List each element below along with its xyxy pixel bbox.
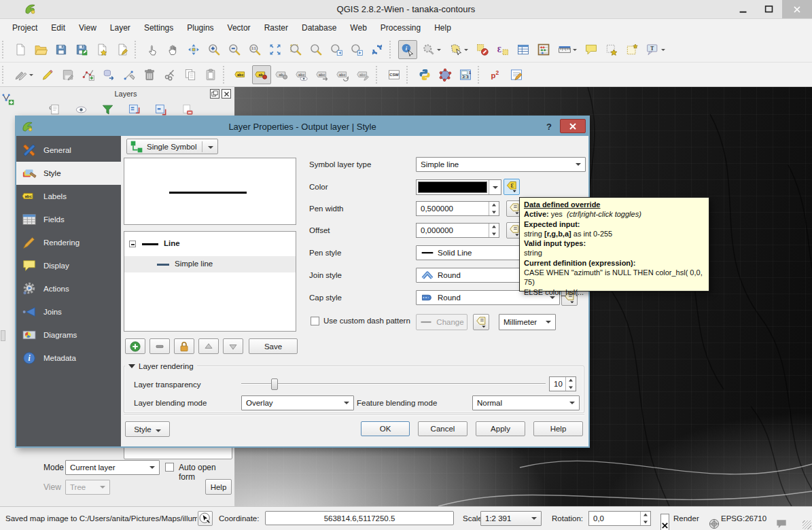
touch-button[interactable] [143, 40, 162, 59]
tracking-button[interactable] [198, 511, 213, 526]
cut-features-button[interactable] [160, 65, 179, 84]
menu-processing[interactable]: Processing [374, 19, 427, 37]
epsg-label[interactable]: EPSG:26710 [721, 507, 766, 530]
menu-database[interactable]: Database [295, 19, 343, 37]
add-symbol-layer-button[interactable] [125, 338, 145, 354]
expand-all-button[interactable] [126, 102, 142, 117]
layer-transparency-slider[interactable] [241, 378, 546, 390]
delete-selected-button[interactable] [140, 65, 159, 84]
spin-arrows-icon[interactable] [489, 202, 499, 215]
layer-blending-mode-combo[interactable]: Overlay [241, 395, 354, 410]
coordinate-input[interactable]: 563814.6,5117250.5 [265, 511, 454, 525]
pan-map-button[interactable] [164, 40, 183, 59]
sidebar-item-display[interactable]: Display [16, 254, 121, 277]
remove-symbol-layer-button[interactable] [149, 338, 170, 354]
dialog-titlebar[interactable]: Layer Properties - Output layer | Style … [16, 117, 588, 136]
unpin-labels-button[interactable]: ab [272, 65, 292, 84]
rotate-label-button[interactable]: abc [334, 65, 353, 84]
deselect-all-button[interactable] [473, 40, 492, 59]
menu-settings[interactable]: Settings [137, 19, 180, 37]
zoom-in-button[interactable] [205, 40, 224, 59]
cancel-button[interactable]: Cancel [418, 421, 467, 436]
save-project-button[interactable] [52, 40, 71, 59]
pin-label-button[interactable]: ab [252, 65, 271, 84]
save-project-as-button[interactable] [72, 40, 91, 59]
select-by-expression-button[interactable]: Ɛ [493, 40, 512, 59]
sidebar-item-rendering[interactable]: Rendering [16, 231, 121, 254]
open-attribute-table-button[interactable] [514, 40, 533, 59]
spin-arrows-icon[interactable] [489, 224, 499, 237]
move-label-button[interactable]: abc [313, 65, 332, 84]
sidebar-item-fields[interactable]: Fields [16, 208, 121, 231]
dash-data-defined-override-button[interactable] [473, 314, 489, 330]
node-tool-button[interactable] [120, 65, 139, 84]
zoom-out-button[interactable] [225, 40, 244, 59]
paste-features-button[interactable] [201, 65, 220, 84]
symbol-tree-root-row[interactable]: Line [124, 237, 296, 252]
menu-vector[interactable]: Vector [221, 19, 258, 37]
menu-help[interactable]: Help [427, 19, 458, 37]
sidebar-item-actions[interactable]: Actions [16, 277, 121, 300]
renderer-combo[interactable]: Single Symbol [126, 139, 218, 154]
add-vector-layer-icon[interactable] [1, 92, 15, 106]
lock-symbol-layer-button[interactable] [174, 338, 194, 354]
auto-open-form-checkbox[interactable] [165, 463, 174, 472]
apply-button[interactable]: Apply [476, 421, 525, 436]
dialog-help-button[interactable]: ? [542, 120, 556, 133]
color-button[interactable] [416, 179, 501, 195]
new-bookmark-button[interactable] [602, 40, 621, 59]
panel-handle[interactable] [1, 330, 5, 341]
zoom-full-button[interactable] [266, 40, 285, 59]
menu-web[interactable]: Web [343, 19, 373, 37]
layer-transparency-spinbox[interactable]: 10 [549, 376, 576, 391]
menu-edit[interactable]: Edit [44, 19, 72, 37]
identify-help-button[interactable]: Help [205, 479, 232, 495]
new-composer-button[interactable] [92, 40, 111, 59]
menu-project[interactable]: Project [5, 19, 44, 37]
maximize-button[interactable] [756, 0, 782, 18]
sidebar-item-diagrams[interactable]: Diagrams [16, 323, 121, 347]
log-messages-button[interactable] [507, 65, 526, 84]
dialog-close-button[interactable] [560, 119, 586, 133]
move-down-button[interactable] [223, 338, 243, 354]
render-checkbox[interactable] [660, 514, 669, 530]
toggle-label-visibility-button[interactable]: abc [293, 65, 312, 84]
zoom-last-button[interactable] [327, 40, 346, 59]
python-console-button[interactable] [415, 65, 434, 84]
crs-icon[interactable] [707, 512, 721, 530]
style-dock-button[interactable] [46, 102, 63, 117]
mode-combo[interactable]: Current layer [65, 460, 160, 475]
menu-raster[interactable]: Raster [258, 19, 295, 37]
sidebar-item-style[interactable]: Style [16, 162, 121, 185]
refresh-button[interactable] [368, 40, 387, 59]
current-edits-button[interactable] [11, 65, 37, 84]
symbol-layer-type-combo[interactable]: Simple line [416, 157, 586, 172]
dash-unit-combo[interactable]: Millimeter [499, 314, 556, 330]
new-project-button[interactable] [11, 40, 30, 59]
select-features-button[interactable] [446, 40, 472, 59]
minimize-button[interactable] [730, 0, 756, 18]
ok-button[interactable]: OK [361, 421, 410, 436]
log-messages-icon[interactable] [775, 512, 788, 530]
sidebar-item-general[interactable]: General [16, 139, 121, 162]
spin-arrows-icon[interactable] [565, 377, 576, 391]
color-dropdown-arrow-icon[interactable] [489, 180, 501, 194]
zoom-to-layer-button[interactable] [306, 40, 325, 59]
text-annotation-button[interactable]: T [643, 40, 669, 59]
feature-blending-mode-combo[interactable]: Normal [472, 395, 580, 410]
move-feature-button[interactable] [99, 65, 118, 84]
open-project-button[interactable] [31, 40, 50, 59]
processing-toolbox-button[interactable]: 123 [456, 65, 475, 84]
sidebar-item-metadata[interactable]: iMetadata [16, 347, 121, 370]
pen-width-spinbox[interactable]: 0,500000 [416, 201, 499, 216]
map-tips-button[interactable] [582, 40, 601, 59]
offset-spinbox[interactable]: 0,000000 [416, 223, 499, 238]
rotation-spinbox[interactable]: 0,0 [588, 511, 651, 526]
color-data-defined-override-button[interactable]: Ɛ [504, 179, 520, 195]
spin-arrows-icon[interactable] [640, 512, 650, 525]
move-up-button[interactable] [198, 338, 219, 354]
copy-features-button[interactable] [181, 65, 200, 84]
remove-layer-button[interactable] [179, 102, 195, 117]
add-feature-button[interactable] [79, 65, 98, 84]
resize-grip[interactable] [802, 520, 811, 529]
